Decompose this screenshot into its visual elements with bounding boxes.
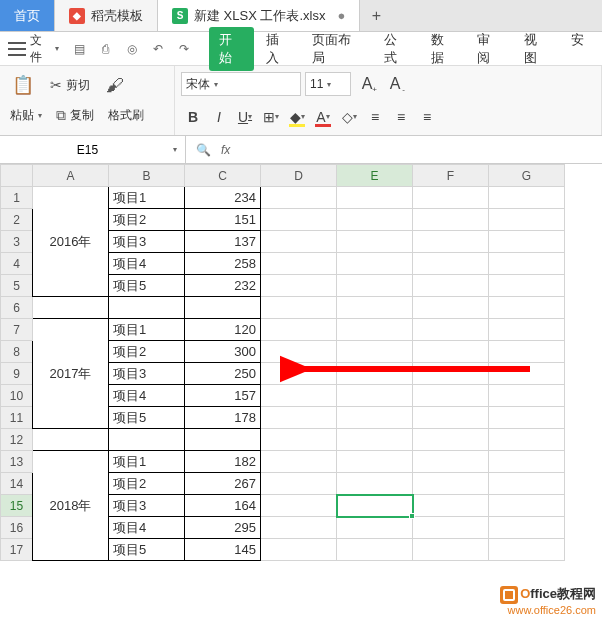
cell-G11[interactable] — [489, 407, 565, 429]
cell-D17[interactable] — [261, 539, 337, 561]
cell-E2[interactable] — [337, 209, 413, 231]
cell-G2[interactable] — [489, 209, 565, 231]
print-button[interactable]: ⎙ — [95, 38, 117, 60]
cell-A13[interactable]: 2018年 — [33, 451, 109, 561]
row-header-9[interactable]: 9 — [1, 363, 33, 385]
italic-button[interactable]: I — [207, 105, 231, 129]
align-bottom-button[interactable]: ≡ — [415, 105, 439, 129]
cell-C1[interactable]: 234 — [185, 187, 261, 209]
row-header-11[interactable]: 11 — [1, 407, 33, 429]
cell-F12[interactable] — [413, 429, 489, 451]
cell-E9[interactable] — [337, 363, 413, 385]
ribbon-tab-insert[interactable]: 插入 — [256, 27, 301, 71]
cell-E11[interactable] — [337, 407, 413, 429]
cell-E15[interactable] — [337, 495, 413, 517]
cell-F1[interactable] — [413, 187, 489, 209]
column-header-C[interactable]: C — [185, 165, 261, 187]
cell-C11[interactable]: 178 — [185, 407, 261, 429]
cell-D1[interactable] — [261, 187, 337, 209]
cell-B14[interactable]: 项目2 — [109, 473, 185, 495]
row-header-10[interactable]: 10 — [1, 385, 33, 407]
row-header-1[interactable]: 1 — [1, 187, 33, 209]
cell-B1[interactable]: 项目1 — [109, 187, 185, 209]
cell-E12[interactable] — [337, 429, 413, 451]
align-top-button[interactable]: ≡ — [363, 105, 387, 129]
cell-F8[interactable] — [413, 341, 489, 363]
tab-docer[interactable]: ◆ 稻壳模板 — [55, 0, 158, 31]
cell-F10[interactable] — [413, 385, 489, 407]
cell-E8[interactable] — [337, 341, 413, 363]
cell-G8[interactable] — [489, 341, 565, 363]
search-icon[interactable]: 🔍 — [196, 143, 211, 157]
cell-E14[interactable] — [337, 473, 413, 495]
row-header-3[interactable]: 3 — [1, 231, 33, 253]
cell-F13[interactable] — [413, 451, 489, 473]
cell-F15[interactable] — [413, 495, 489, 517]
copy-button[interactable]: ⧉ 复制 — [52, 105, 98, 126]
row-header-6[interactable]: 6 — [1, 297, 33, 319]
cell-F2[interactable] — [413, 209, 489, 231]
cell-G5[interactable] — [489, 275, 565, 297]
cell-C2[interactable]: 151 — [185, 209, 261, 231]
row-header-2[interactable]: 2 — [1, 209, 33, 231]
cell-C5[interactable]: 232 — [185, 275, 261, 297]
cell-C7[interactable]: 120 — [185, 319, 261, 341]
ribbon-tab-start[interactable]: 开始 — [209, 27, 254, 71]
cell-C12[interactable] — [185, 429, 261, 451]
cell-E7[interactable] — [337, 319, 413, 341]
file-menu[interactable]: 文件 ▾ — [30, 32, 59, 66]
cell-B3[interactable]: 项目3 — [109, 231, 185, 253]
cell-D7[interactable] — [261, 319, 337, 341]
undo-button[interactable]: ↶ — [147, 38, 169, 60]
cell-B16[interactable]: 项目4 — [109, 517, 185, 539]
cell-E4[interactable] — [337, 253, 413, 275]
cell-F9[interactable] — [413, 363, 489, 385]
cell-C4[interactable]: 258 — [185, 253, 261, 275]
row-header-15[interactable]: 15 — [1, 495, 33, 517]
cell-B9[interactable]: 项目3 — [109, 363, 185, 385]
ribbon-tab-data[interactable]: 数据 — [421, 27, 466, 71]
row-header-16[interactable]: 16 — [1, 517, 33, 539]
increase-font-button[interactable]: A+ — [355, 72, 379, 96]
cell-A12[interactable] — [33, 429, 109, 451]
cell-G7[interactable] — [489, 319, 565, 341]
cell-G16[interactable] — [489, 517, 565, 539]
cell-F16[interactable] — [413, 517, 489, 539]
ribbon-tab-layout[interactable]: 页面布局 — [302, 27, 372, 71]
cell-D13[interactable] — [261, 451, 337, 473]
cell-E13[interactable] — [337, 451, 413, 473]
align-middle-button[interactable]: ≡ — [389, 105, 413, 129]
hamburger-icon[interactable] — [8, 42, 26, 56]
underline-button[interactable]: U▾ — [233, 105, 257, 129]
cell-D3[interactable] — [261, 231, 337, 253]
row-header-4[interactable]: 4 — [1, 253, 33, 275]
save-button[interactable]: ▤ — [69, 38, 91, 60]
cell-F5[interactable] — [413, 275, 489, 297]
tab-home[interactable]: 首页 — [0, 0, 55, 31]
cell-G3[interactable] — [489, 231, 565, 253]
cell-E5[interactable] — [337, 275, 413, 297]
cell-E16[interactable] — [337, 517, 413, 539]
column-header-A[interactable]: A — [33, 165, 109, 187]
cell-D11[interactable] — [261, 407, 337, 429]
cut-button[interactable]: ✂ 剪切 — [46, 75, 94, 96]
cell-D4[interactable] — [261, 253, 337, 275]
cell-F14[interactable] — [413, 473, 489, 495]
row-header-12[interactable]: 12 — [1, 429, 33, 451]
cell-D10[interactable] — [261, 385, 337, 407]
cell-B11[interactable]: 项目5 — [109, 407, 185, 429]
ribbon-tab-formula[interactable]: 公式 — [374, 27, 419, 71]
redo-button[interactable]: ↷ — [173, 38, 195, 60]
row-header-5[interactable]: 5 — [1, 275, 33, 297]
cell-F4[interactable] — [413, 253, 489, 275]
fx-icon[interactable]: fx — [221, 143, 230, 157]
cell-C15[interactable]: 164 — [185, 495, 261, 517]
row-header-7[interactable]: 7 — [1, 319, 33, 341]
column-header-E[interactable]: E — [337, 165, 413, 187]
column-header-B[interactable]: B — [109, 165, 185, 187]
ribbon-tab-view[interactable]: 视图 — [514, 27, 559, 71]
cell-E6[interactable] — [337, 297, 413, 319]
ribbon-tab-extra[interactable]: 安 — [561, 27, 594, 71]
cell-A1[interactable]: 2016年 — [33, 187, 109, 297]
cell-C13[interactable]: 182 — [185, 451, 261, 473]
